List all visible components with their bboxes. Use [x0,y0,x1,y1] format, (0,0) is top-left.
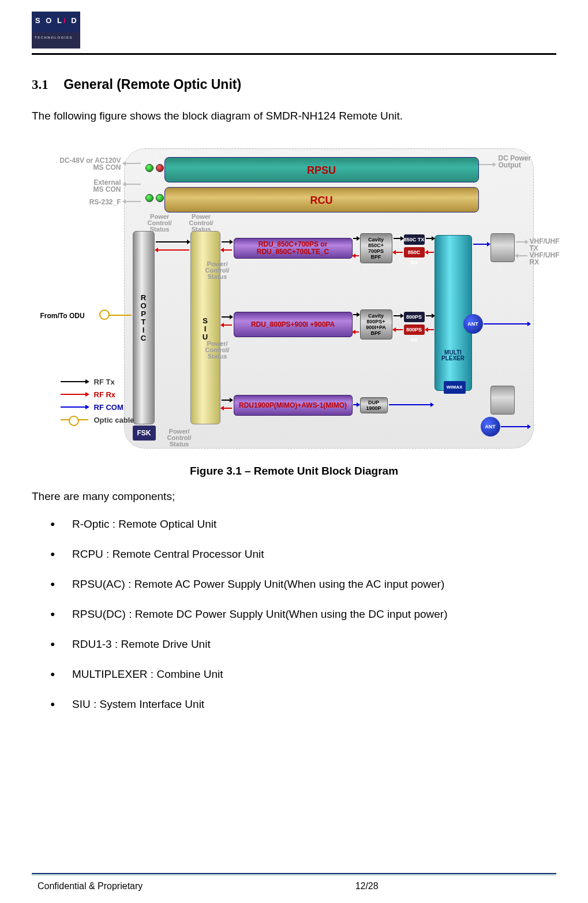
footer-left: Confidential & Proprietary [38,881,143,891]
logo-top: S O Li D [35,16,78,25]
wimax: WIMAX [444,381,466,394]
out-rect-top [490,233,515,262]
comp-item: RPSU(DC) : Remote DC Power Supply Unit(W… [72,608,556,621]
tx2: 800PS TX [404,312,425,322]
arrow [394,238,403,239]
rcu-bar: RCU [164,187,479,212]
arrow [484,323,530,324]
arrow-vhftx [516,241,527,242]
arrow [222,408,232,409]
rx1: 850C RX [404,247,425,258]
comp-item: RCPU : Remote Central Processor Unit [72,548,556,561]
arrow [394,329,403,330]
side-dc48v: DC-48V or AC120V MS CON [52,157,121,171]
logo: S O Li D TECHNOLOGIES [32,12,80,48]
pcs3: Power/ Control/ Status [205,261,230,280]
fsk-block: FSK [133,426,156,441]
components-list: R-Optic : Remote Optical Unit RCPU : Rem… [32,518,556,711]
intro-text: The following figure shows the block dia… [32,110,556,122]
arrow [389,404,433,405]
block-diagram: RPSU RCU R O P T I C FSK S I U RDU_850C+… [35,145,554,460]
optic-line [108,315,132,316]
section-heading: 3.1 General (Remote Optic Unit) [32,77,556,92]
rcu-led-green1 [145,194,153,202]
comp-item: SIU : System Interface Unit [72,698,556,711]
pcs1: Power Control/ Status [148,214,172,233]
arrow [353,404,359,405]
arrow [426,329,434,330]
arrow [394,315,403,316]
arrow-dcpower [479,164,495,165]
comp-item: RPSU(AC) : Remote AC Power Supply Unit(W… [72,578,556,591]
vhf-rx: VHF/UHF RX [530,252,560,266]
footer-rule [32,873,556,875]
arrow-vhfrx [516,255,527,256]
arrow [222,400,232,401]
legend-rftx: RF Tx [61,376,134,387]
arrow [156,241,189,242]
rdu3: RDU1900P(MIMO)+AWS-1(MIMO) [234,395,353,416]
legend: RF Tx RF Rx RF COM Optic cable [61,376,134,427]
legend-optic: Optic cable [61,415,134,425]
arrow [222,249,232,251]
section-number: 3.1 [32,77,48,92]
arrow-ms1 [123,163,141,164]
side-dcpower: DC Power Output [499,155,531,169]
ant2: ANT [481,417,500,436]
section-title: General (Remote Optic Unit) [63,77,241,92]
cavity2: Cavity 800PS+ 900I+PA BPF [360,309,392,339]
components-intro: There are many components; [32,490,556,503]
header-rule [32,53,556,55]
arrow [222,324,232,326]
logo-i: i [63,16,68,25]
arrow [473,244,489,245]
tx1: 850C TX [404,234,425,245]
pcs2: Power Control/ Status [189,214,214,233]
comp-item: R-Optic : Remote Optical Unit [72,518,556,531]
arrow [426,238,434,239]
figure-caption: Figure 3.1 – Remote Unit Block Diagram [32,465,556,477]
mplex-label: MULTI PLEXER [435,350,471,361]
rpsu-led-red [156,164,164,172]
arrow [156,249,189,251]
legend-rfcom: RF COM [61,402,134,412]
pcs5: Power/ Control/ Status [167,428,192,447]
logo-pre: S O L [35,16,63,25]
logo-post: D [68,16,78,25]
arrow [353,255,359,256]
comp-item: RDU1-3 : Remote Drive Unit [72,638,556,651]
rcu-led-green2 [156,194,164,202]
rpsu-led-green [145,164,153,172]
siu-label: S I U [191,317,220,341]
arrow-rs [123,201,141,202]
ant1: ANT [463,314,483,334]
arrow [426,252,434,253]
side-rs232: RS-232_F [75,199,121,206]
arrow [222,241,232,242]
cavity1: Cavity 850C+ 700PS BPF [360,233,392,263]
roptic-label: R O P T I C [133,294,154,342]
multiplexer: MULTI PLEXER [435,235,472,391]
arrow [394,252,403,253]
dup-block: DUP 1900P [360,397,388,413]
rx2: 800PS RX [404,324,425,335]
rpsu-bar: RPSU [164,157,479,182]
footer-page: 12/28 [355,881,379,891]
footer: Confidential & Proprietary 12/28 [38,881,556,891]
arrow [353,331,359,333]
comp-item: MULTIPLEXER : Combine Unit [72,668,556,681]
arrow [353,314,359,315]
roptic-block: R O P T I C [133,231,155,424]
pcs4: Power/ Control/ Status [205,341,230,360]
side-ext: External MS CON [75,179,121,193]
out-rect-bot [490,386,515,415]
legend-rfrx: RF Rx [61,389,134,400]
arrow-ms2 [123,184,141,185]
rdu1: RDU_850C+700PS or RDU_850C+700LTE_C [234,238,353,259]
arrow [222,316,232,318]
from-to-odu: From/To ODU [40,312,85,320]
rdu2: RDU_800PS+900I +900PA [234,312,353,337]
arrow [501,426,530,427]
vhf-tx: VHF/UHF TX [530,238,560,252]
arrow [426,315,434,316]
